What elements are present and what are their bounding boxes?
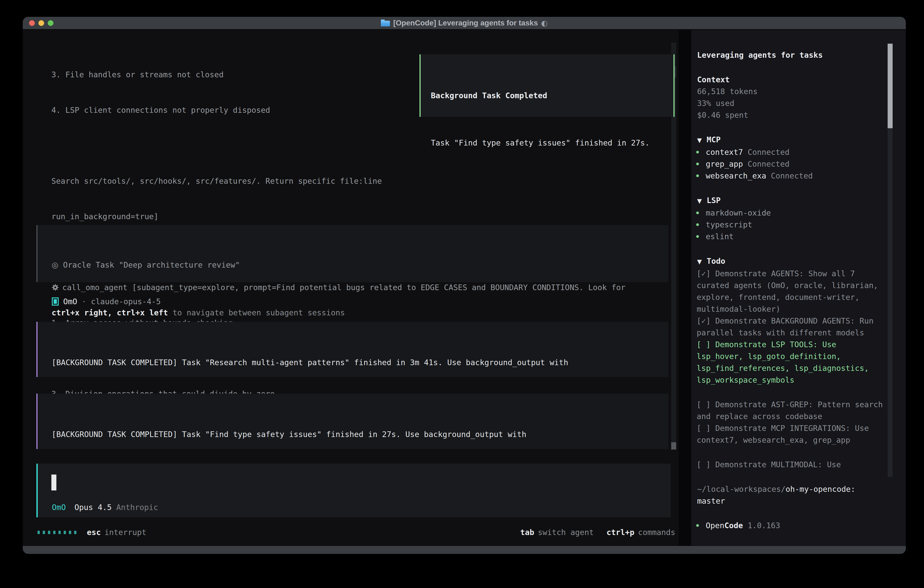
window-controls [29, 17, 53, 29]
background-task-message: [BACKGROUND TASK COMPLETED] Task "Resear… [36, 322, 668, 377]
message-line: [BACKGROUND TASK COMPLETED] Task "Find t… [52, 429, 668, 440]
green-dot-icon [696, 211, 699, 214]
half-circle-icon: ◐ [541, 19, 548, 28]
input-agent-name: OmO [52, 501, 66, 513]
agent-session-header: OmO · claude-opus-4-5 [52, 296, 161, 307]
lsp-item: typescript [695, 219, 887, 231]
todo-item-active: [ ] Demonstrate LSP TOOLS: Use lsp_hover… [695, 339, 887, 386]
green-dot-icon [696, 163, 699, 165]
title-bar: [OpenCode] Leveraging agents for tasks ◐ [23, 17, 906, 30]
app-window: [OpenCode] Leveraging agents for tasks ◐… [23, 17, 906, 554]
lsp-section-header[interactable]: ▼LSP [695, 195, 887, 207]
todo-item-done: [✓] Demonstrate AGENTS: Show all 7 curat… [695, 268, 887, 315]
todo-item-pending: [ ] Demonstrate AST-GREP: Pattern search… [695, 399, 887, 422]
input-meta: OmO Opus 4.5 Anthropic [52, 501, 158, 513]
oracle-task-box: ◎ Oracle Task "Deep architecture review"… [36, 225, 668, 282]
separator-dot: · [82, 296, 86, 307]
pane-divider [679, 30, 691, 546]
collapse-triangle-icon: ▼ [697, 195, 707, 207]
background-task-message: [BACKGROUND TASK COMPLETED] Task "Find t… [36, 393, 668, 449]
zoom-button[interactable] [48, 20, 53, 26]
sidebar-scrollbar-thumb[interactable] [888, 44, 893, 128]
scrollbar-thumb-bottom[interactable] [671, 442, 676, 449]
lsp-item: eslint [695, 231, 887, 243]
green-dot-icon [696, 524, 699, 527]
session-title: Leveraging agents for tasks [695, 49, 887, 61]
folder-icon [381, 20, 390, 26]
status-bar: esc interrupt tab switch agent ctrl+p co… [38, 526, 675, 538]
context-tokens: 66,518 tokens [695, 86, 887, 97]
todo-item-pending: [ ] Demonstrate MULTIMODAL: Use [695, 459, 887, 471]
progress-spinner [38, 531, 76, 534]
terminal-line: Search src/tools/, src/hooks/, src/featu… [51, 175, 625, 187]
git-branch: master [695, 495, 887, 507]
collapse-triangle-icon: ▼ [697, 256, 707, 268]
agent-model: claude-opus-4-5 [91, 296, 161, 307]
window-bottom-chrome [23, 546, 906, 554]
message-line: [BACKGROUND TASK COMPLETED] Task "Resear… [52, 357, 668, 368]
close-button[interactable] [29, 20, 35, 26]
tab-key-label: switch agent [538, 526, 594, 538]
todo-section-header[interactable]: ▼Todo [695, 255, 887, 268]
green-dot-icon [696, 223, 699, 226]
green-dot-icon [696, 174, 699, 177]
window-title-text: [OpenCode] Leveraging agents for tasks [393, 19, 538, 27]
agent-icon [52, 297, 59, 306]
green-dot-icon [696, 235, 699, 238]
mcp-item: grep_app Connected [695, 158, 887, 170]
input-model-name: Opus 4.5 [74, 501, 112, 513]
ctrlp-key-hint: ctrl+p [606, 526, 634, 538]
window-title: [OpenCode] Leveraging agents for tasks ◐ [381, 19, 548, 28]
workspace-path: ~/local-workspaces/oh-my-opencode: [695, 483, 887, 495]
context-spent: $0.46 spent [695, 109, 887, 121]
version-row: OpenCode 1.0.163 [695, 520, 887, 531]
esc-key-label: interrupt [104, 526, 146, 538]
minimize-button[interactable] [38, 20, 44, 26]
oracle-task-title: ◎ Oracle Task "Deep architecture review" [52, 260, 668, 270]
sidebar-scrollbar[interactable] [888, 44, 893, 477]
terminal-line: run_in_background=true] [51, 211, 625, 222]
subagent-nav-hint: ctrl+x right, ctrl+x left to navigate be… [52, 308, 668, 317]
mcp-section-header[interactable]: ▼MCP [695, 134, 887, 146]
agent-name: OmO [63, 296, 77, 307]
text-cursor [51, 474, 56, 491]
todo-item-pending: [ ] Demonstrate MCP INTEGRATIONS: Use co… [695, 422, 887, 446]
todo-item-done: [✓] Demonstrate BACKGROUND AGENTS: Run p… [695, 315, 887, 339]
esc-key-hint: esc [87, 526, 101, 538]
session-sidebar: Leveraging agents for tasks Context 66,5… [691, 30, 906, 546]
bullseye-icon: ◎ [52, 260, 58, 269]
input-provider-name: Anthropic [116, 501, 158, 513]
terminal-pane: 3. File handles or streams not closed 4.… [23, 30, 679, 546]
ctrlp-key-label: commands [638, 526, 675, 538]
lsp-item: markdown-oxide [695, 207, 887, 219]
mcp-item: websearch_exa Connected [695, 170, 887, 182]
context-heading: Context [695, 74, 887, 86]
background-task-notification: Background Task Completed Task "Find typ… [419, 55, 675, 117]
prompt-input[interactable]: OmO Opus 4.5 Anthropic [36, 464, 671, 517]
mcp-item: context7 Connected [695, 146, 887, 158]
collapse-triangle-icon: ▼ [697, 134, 707, 146]
tab-key-hint: tab [520, 526, 534, 538]
notification-title: Background Task Completed [431, 91, 669, 100]
context-used: 33% used [695, 97, 887, 109]
green-dot-icon [696, 151, 699, 154]
notification-body: Task "Find type safety issues" finished … [431, 138, 669, 147]
